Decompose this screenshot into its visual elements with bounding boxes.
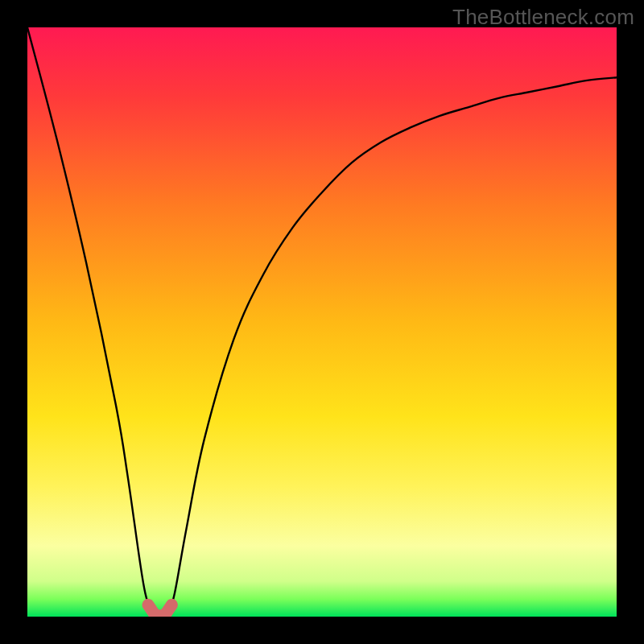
bottleneck-chart [27, 27, 617, 617]
plot-area [27, 27, 617, 617]
chart-frame: TheBottleneck.com [0, 0, 644, 644]
watermark-text: TheBottleneck.com [452, 5, 634, 30]
gradient-background [27, 27, 617, 617]
